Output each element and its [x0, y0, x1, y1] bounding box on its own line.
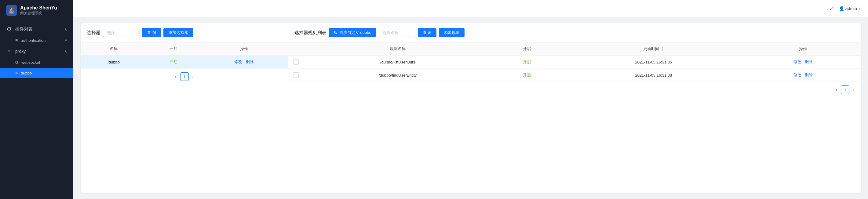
- user-menu[interactable]: 👤 admin ∨: [839, 6, 861, 11]
- sidebar-item-authentication[interactable]: ≡ authentication ∨: [0, 35, 73, 45]
- user-arrow: ∨: [858, 6, 861, 10]
- dubbo-label: dubbo: [21, 71, 32, 75]
- cell-expand: +: [288, 56, 304, 69]
- col-name: 名称: [81, 42, 147, 56]
- username: admin: [845, 6, 857, 11]
- add-selector-button[interactable]: 添加选择器: [163, 28, 193, 37]
- expand-icon[interactable]: ⤢: [830, 5, 834, 12]
- rules-search-input[interactable]: [379, 29, 415, 37]
- col-update-time[interactable]: 更新时间 ▲▼: [562, 42, 746, 56]
- col-expand: [288, 42, 304, 56]
- selector-prev-btn[interactable]: ‹: [174, 73, 178, 80]
- cell-selector-enable: 开启: [147, 56, 200, 69]
- delete-rule-link[interactable]: 删除: [805, 60, 813, 64]
- selector-panel: 选择器 查 询 添加选择器 名称 开启 操作: [81, 23, 288, 193]
- add-rule-button[interactable]: 添加规则: [439, 28, 465, 37]
- rules-query-button[interactable]: 查 询: [418, 28, 437, 37]
- app-title: Apache ShenYu: [20, 5, 57, 11]
- edit-rule-link[interactable]: 修改: [794, 60, 801, 64]
- rules-pagination: ‹ 1 ›: [288, 82, 861, 98]
- cell-rule-actions: 修改 删除: [746, 69, 861, 82]
- selector-page-1[interactable]: 1: [180, 72, 189, 81]
- authentication-label: authentication: [21, 38, 45, 43]
- cell-rule-enable: 开启: [492, 69, 562, 82]
- cell-selector-actions: 修改 删除: [200, 56, 288, 69]
- proxy-arrow: ∧: [64, 49, 67, 54]
- delete-rule-link[interactable]: 删除: [805, 73, 813, 77]
- cell-rule-actions: 修改 删除: [746, 56, 861, 69]
- list-icon-auth: ≡: [15, 38, 18, 43]
- table-row: + /dubbo/listUserOuts 开启 2021-11-05 16:3…: [288, 56, 861, 69]
- rules-label: 选择器规则列表: [294, 30, 327, 36]
- sync-dubbo-button[interactable]: ↻ 同步自定义 dubbo: [329, 28, 376, 37]
- list-icon-dubbo: ≡: [15, 70, 18, 75]
- selector-pagination: ‹ 1 ›: [81, 69, 288, 85]
- rules-panel: 选择器规则列表 ↻ 同步自定义 dubbo 查 询 添加规则: [288, 23, 861, 193]
- authentication-arrow: ∨: [65, 38, 67, 42]
- cell-selector-name: /dubbo: [81, 56, 147, 69]
- delete-selector-link[interactable]: 删除: [246, 60, 254, 64]
- app-subtitle: 网关管理系统: [20, 11, 57, 16]
- selector-query-button[interactable]: 查 询: [142, 28, 161, 37]
- expand-row-btn[interactable]: +: [293, 59, 299, 65]
- plugins-label: 插件列表: [15, 27, 32, 32]
- cell-expand: +: [288, 69, 304, 82]
- rules-prev-btn[interactable]: ‹: [835, 87, 839, 93]
- col-enable: 开启: [147, 42, 200, 56]
- cell-rule-name: /dubbo/listUserOuts: [304, 56, 492, 69]
- app-logo-text: Apache ShenYu 网关管理系统: [20, 5, 57, 16]
- cell-rule-time: 2021-11-05 16:31:36: [562, 56, 746, 69]
- user-icon: 👤: [839, 6, 844, 11]
- selector-label: 选择器: [87, 30, 100, 36]
- app-logo-icon: ⛵: [6, 5, 17, 16]
- rules-toolbar: 选择器规则列表 ↻ 同步自定义 dubbo 查 询 添加规则: [288, 23, 861, 42]
- selector-next-btn[interactable]: ›: [191, 73, 195, 80]
- col-action: 操作: [200, 42, 288, 56]
- table-row: /dubbo 开启 修改 删除: [81, 56, 288, 69]
- rules-table-container: 规则名称 开启 更新时间 ▲▼ 操作 + /du: [288, 42, 861, 82]
- cell-rule-name: /dubbo/findUserEntity: [304, 69, 492, 82]
- rules-page-1[interactable]: 1: [841, 86, 849, 94]
- sidebar: ⛵ Apache ShenYu 网关管理系统 ⏱ 插件列表 ∧ ≡ authen…: [0, 0, 73, 199]
- col-rule-name: 规则名称: [304, 42, 492, 56]
- selector-table-container: 名称 开启 操作 /dubbo 开启 修改 删除: [81, 42, 288, 69]
- sidebar-nav: ⏱ 插件列表 ∧ ≡ authentication ∨ ≡ proxy ∧ ⧉ …: [0, 21, 73, 199]
- sync-icon: ↻: [334, 30, 338, 35]
- plugins-arrow: ∧: [64, 27, 67, 31]
- clock-icon: ⏱: [6, 27, 12, 32]
- websocket-label: websocket: [21, 60, 40, 65]
- topbar: ⤢ 👤 admin ∨: [73, 0, 868, 17]
- col-rule-enable: 开启: [492, 42, 562, 56]
- main-panel: 选择器 查 询 添加选择器 名称 开启 操作: [81, 23, 861, 193]
- grid-icon-ws: ⧉: [15, 60, 18, 65]
- rules-table: 规则名称 开启 更新时间 ▲▼ 操作 + /du: [288, 42, 861, 82]
- edit-rule-link[interactable]: 修改: [794, 73, 801, 77]
- table-row: + /dubbo/findUserEntity 开启 2021-11-05 16…: [288, 69, 861, 82]
- selector-search-input[interactable]: [103, 29, 140, 37]
- sidebar-item-dubbo[interactable]: ≡ dubbo: [0, 68, 73, 78]
- sidebar-item-websocket[interactable]: ⧉ websocket: [0, 57, 73, 68]
- selector-toolbar: 选择器 查 询 添加选择器: [81, 23, 288, 42]
- sidebar-logo: ⛵ Apache ShenYu 网关管理系统: [0, 0, 73, 21]
- content-area: 选择器 查 询 添加选择器 名称 开启 操作: [73, 17, 868, 199]
- selector-table: 名称 开启 操作 /dubbo 开启 修改 删除: [81, 42, 288, 69]
- cell-rule-enable: 开启: [492, 56, 562, 69]
- rules-next-btn[interactable]: ›: [852, 87, 856, 93]
- proxy-label: proxy: [15, 49, 26, 54]
- sort-icons: ▲▼: [661, 47, 664, 52]
- list-icon-proxy: ≡: [6, 48, 12, 54]
- edit-selector-link[interactable]: 修改: [234, 60, 242, 64]
- main-content: ⤢ 👤 admin ∨ 选择器 查 询 添加选择器: [73, 0, 868, 199]
- expand-row-btn[interactable]: +: [293, 72, 299, 78]
- col-rule-action: 操作: [746, 42, 861, 56]
- sidebar-item-proxy[interactable]: ≡ proxy ∧: [0, 45, 73, 57]
- sidebar-item-plugins[interactable]: ⏱ 插件列表 ∧: [0, 24, 73, 35]
- cell-rule-time: 2021-11-05 16:31:38: [562, 69, 746, 82]
